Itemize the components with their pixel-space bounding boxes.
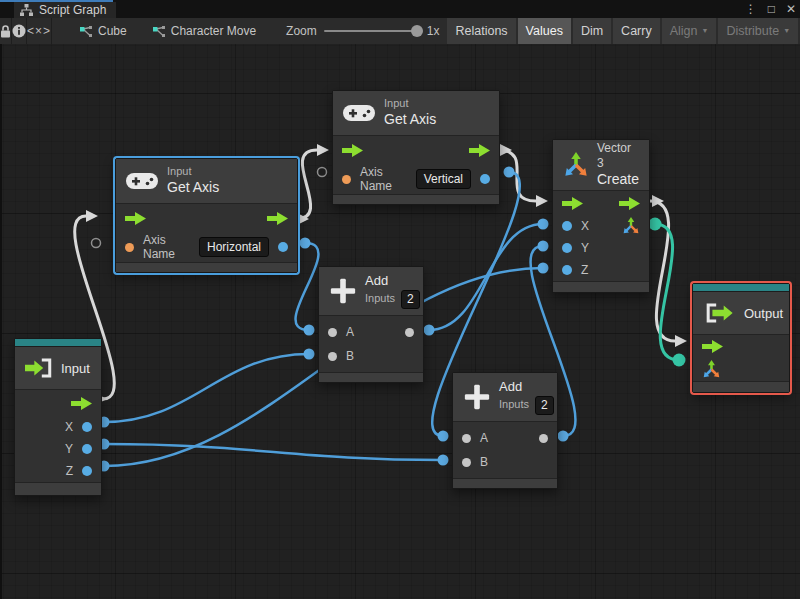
input-bracket-icon bbox=[25, 357, 53, 379]
value-out-port-dot[interactable] bbox=[82, 444, 92, 454]
node-footer bbox=[319, 372, 423, 382]
gamepad-icon bbox=[343, 104, 375, 122]
gamepad-icon bbox=[126, 172, 158, 190]
port-y-label: Y bbox=[581, 241, 589, 255]
flow-in-port[interactable] bbox=[562, 197, 583, 210]
value-in-port-dot[interactable] bbox=[328, 352, 337, 361]
node-get-axis-vertical[interactable]: Input Get Axis Axis Name Vertical bbox=[332, 90, 500, 205]
cube-breadcrumb-button[interactable]: Cube bbox=[72, 24, 135, 38]
vector3-in-port[interactable] bbox=[702, 360, 721, 379]
flow-out-port[interactable] bbox=[267, 212, 288, 225]
values-toggle[interactable]: Values bbox=[518, 18, 571, 44]
plus-icon bbox=[463, 383, 491, 411]
node-title: Add bbox=[499, 379, 554, 395]
value-in-port-dot[interactable] bbox=[562, 221, 572, 231]
port-x-label: X bbox=[581, 219, 589, 233]
character-move-breadcrumb-button[interactable]: Character Move bbox=[145, 24, 264, 38]
toolbar-toggle-group: Relations Values Dim Carry Align ▼ Distr… bbox=[439, 18, 800, 44]
node-subtitle: Input bbox=[384, 97, 436, 111]
code-icon: <×> bbox=[27, 24, 51, 38]
node-footer bbox=[333, 194, 499, 204]
chevron-down-icon: ▼ bbox=[701, 18, 708, 44]
string-port-dot[interactable] bbox=[125, 243, 134, 252]
flow-out-port[interactable] bbox=[619, 197, 640, 210]
graph-node-icon bbox=[153, 26, 166, 37]
inputs-label: Inputs bbox=[365, 292, 395, 306]
node-output-unit[interactable]: Output bbox=[692, 283, 790, 393]
node-get-axis-horizontal[interactable]: Input Get Axis Axis Name Horizontal bbox=[115, 158, 298, 273]
close-icon[interactable]: ✕ bbox=[786, 2, 796, 16]
port-b-label: B bbox=[346, 349, 354, 363]
zoom-slider-knob[interactable] bbox=[411, 25, 423, 37]
relations-toggle[interactable]: Relations bbox=[447, 18, 515, 44]
character-move-label: Character Move bbox=[171, 24, 256, 38]
node-subtitle: Vector 3 bbox=[597, 141, 639, 171]
info-button[interactable] bbox=[12, 18, 27, 44]
value-in-port-dot[interactable] bbox=[562, 265, 572, 275]
value-out-port-dot[interactable] bbox=[82, 422, 92, 432]
distribute-dropdown[interactable]: Distribute ▼ bbox=[718, 18, 798, 44]
value-out-port-dot[interactable] bbox=[82, 466, 92, 476]
vector3-out-port[interactable] bbox=[622, 217, 640, 235]
info-icon bbox=[12, 24, 26, 38]
node-title: Create bbox=[597, 171, 639, 189]
port-z-label: Z bbox=[66, 464, 73, 478]
node-footer bbox=[693, 381, 789, 392]
value-in-port-dot[interactable] bbox=[562, 243, 572, 253]
node-title: Get Axis bbox=[384, 111, 436, 129]
node-add-1[interactable]: Add Inputs 2 A B bbox=[318, 266, 424, 383]
string-port-dot[interactable] bbox=[342, 175, 351, 184]
axis-name-label: Axis Name bbox=[360, 165, 407, 193]
node-footer bbox=[453, 478, 557, 488]
axis-name-field[interactable]: Horizontal bbox=[199, 237, 269, 257]
graph-toolbar: <×> Cube Character Move Zoom bbox=[0, 18, 800, 45]
zoom-control: Zoom 1x bbox=[286, 24, 439, 38]
kebab-menu-icon[interactable]: ⋮ bbox=[745, 2, 757, 16]
value-out-port-dot[interactable] bbox=[405, 328, 414, 337]
value-in-port-dot[interactable] bbox=[462, 434, 471, 443]
output-bracket-icon bbox=[703, 302, 735, 324]
value-in-port-dot[interactable] bbox=[462, 458, 471, 467]
flow-in-port[interactable] bbox=[342, 144, 363, 157]
maximize-icon[interactable]: □ bbox=[768, 2, 775, 16]
tab-title: Script Graph bbox=[39, 3, 106, 17]
value-out-port-dot[interactable] bbox=[480, 174, 490, 184]
node-title: Output bbox=[744, 306, 783, 321]
code-view-button[interactable]: <×> bbox=[27, 18, 52, 44]
axis-name-field[interactable]: Vertical bbox=[416, 169, 471, 189]
carry-toggle[interactable]: Carry bbox=[613, 18, 660, 44]
vector3-icon bbox=[563, 152, 589, 178]
zoom-slider[interactable] bbox=[324, 30, 420, 32]
io-node-strip bbox=[15, 339, 101, 347]
lock-icon bbox=[0, 25, 11, 38]
flow-in-port[interactable] bbox=[125, 212, 146, 225]
dim-toggle[interactable]: Dim bbox=[573, 18, 611, 44]
inputs-label: Inputs bbox=[499, 398, 529, 412]
inputs-count-field[interactable]: 2 bbox=[401, 290, 420, 309]
zoom-value: 1x bbox=[427, 24, 440, 38]
graph-node-icon bbox=[80, 26, 93, 37]
title-bar: Script Graph ⋮ □ ✕ bbox=[0, 0, 800, 18]
plus-icon bbox=[329, 277, 357, 305]
value-out-port-dot[interactable] bbox=[539, 434, 548, 443]
node-add-2[interactable]: Add Inputs 2 A B bbox=[452, 372, 558, 489]
script-graph-icon bbox=[20, 4, 33, 16]
flow-out-port[interactable] bbox=[71, 397, 92, 410]
tab-script-graph[interactable]: Script Graph bbox=[14, 2, 116, 18]
value-out-port-dot[interactable] bbox=[278, 242, 288, 252]
node-title: Input bbox=[61, 361, 90, 376]
lock-button[interactable] bbox=[0, 18, 12, 44]
axis-name-label: Axis Name bbox=[143, 233, 190, 261]
value-in-port-dot[interactable] bbox=[328, 328, 337, 337]
align-dropdown[interactable]: Align ▼ bbox=[662, 18, 717, 44]
inputs-count-field[interactable]: 2 bbox=[535, 396, 554, 415]
node-footer bbox=[553, 281, 649, 292]
window-controls: ⋮ □ ✕ bbox=[745, 0, 796, 18]
node-subtitle: Input bbox=[167, 165, 219, 179]
flow-in-port[interactable] bbox=[702, 340, 723, 353]
flow-out-port[interactable] bbox=[469, 144, 490, 157]
node-vector3-create[interactable]: Vector 3 Create X Y Z bbox=[552, 139, 650, 293]
node-input-unit[interactable]: Input X Y Z bbox=[14, 338, 102, 496]
port-z-label: Z bbox=[581, 263, 588, 277]
port-a-label: A bbox=[346, 325, 354, 339]
